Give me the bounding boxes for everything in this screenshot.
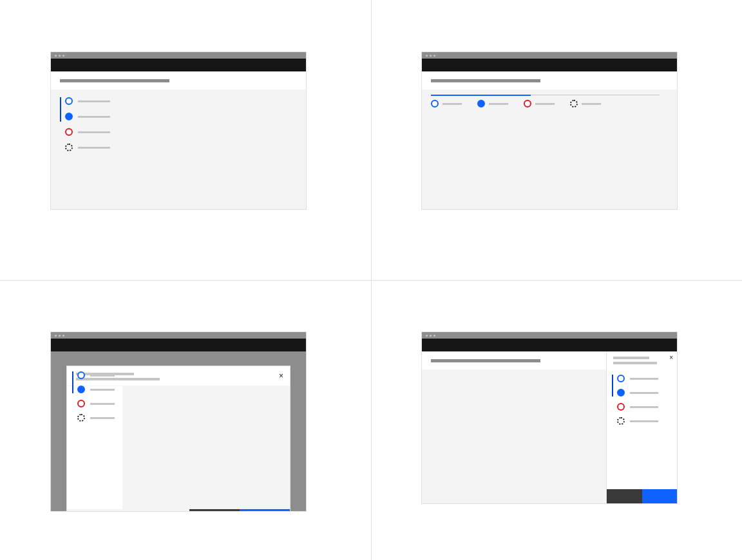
step-label-placeholder xyxy=(489,103,508,105)
step-label-placeholder xyxy=(582,103,601,105)
page-header xyxy=(51,71,306,89)
browser-titlebar xyxy=(51,332,306,339)
page-header xyxy=(422,71,677,89)
page-content xyxy=(422,89,677,209)
progress-step-disabled xyxy=(570,100,601,107)
traffic-light-icon xyxy=(430,55,432,57)
traffic-light-icon xyxy=(426,335,428,337)
page-title-placeholder xyxy=(431,79,540,82)
panel-subtitle-placeholder xyxy=(613,362,657,364)
variant-full-page-horizontal xyxy=(371,0,742,280)
circle-dotted-icon xyxy=(617,417,625,425)
close-icon[interactable]: × xyxy=(669,354,673,361)
traffic-light-icon xyxy=(433,335,435,337)
primary-button[interactable] xyxy=(240,509,290,512)
modal-content xyxy=(122,386,290,509)
step-label-placeholder xyxy=(630,392,658,394)
circle-error-icon xyxy=(524,100,531,107)
browser-window xyxy=(50,51,307,210)
close-icon[interactable]: × xyxy=(279,371,283,380)
modal-dialog: × xyxy=(66,366,290,512)
circle-outline-icon xyxy=(65,97,73,105)
progress-step-current[interactable] xyxy=(477,100,508,107)
progress-track-active xyxy=(431,95,531,96)
progress-step-error[interactable] xyxy=(524,100,555,107)
side-panel-footer xyxy=(607,489,677,503)
traffic-light-icon xyxy=(62,335,64,337)
browser-titlebar xyxy=(422,332,677,339)
progress-step-error[interactable] xyxy=(60,128,110,136)
progress-track-active xyxy=(60,97,61,122)
circle-outline-icon xyxy=(77,371,85,379)
circle-outline-icon xyxy=(431,100,439,107)
progress-indicator-vertical xyxy=(60,92,110,156)
traffic-light-icon xyxy=(62,55,64,57)
progress-step-error[interactable] xyxy=(612,403,658,411)
step-label-placeholder xyxy=(535,103,555,105)
progress-track-inactive xyxy=(531,95,660,95)
step-label-placeholder xyxy=(78,116,110,118)
traffic-light-icon xyxy=(430,335,432,337)
panel-title-placeholder xyxy=(613,357,649,359)
step-label-placeholder xyxy=(78,147,110,149)
variant-modal: × xyxy=(0,280,371,560)
progress-step-incomplete[interactable] xyxy=(72,371,115,379)
step-label-placeholder xyxy=(630,420,658,422)
progress-indicator-horizontal xyxy=(431,100,601,107)
page-content xyxy=(51,89,306,209)
progress-step-disabled xyxy=(72,414,115,422)
browser-window: × xyxy=(421,331,678,504)
traffic-light-icon xyxy=(433,55,435,57)
circle-filled-icon xyxy=(477,100,485,107)
step-label-placeholder xyxy=(442,103,462,105)
modal-body xyxy=(67,386,290,509)
step-label-placeholder xyxy=(630,406,658,408)
traffic-light-icon xyxy=(59,335,61,337)
browser-menubar xyxy=(51,59,306,71)
page-title-placeholder xyxy=(60,79,169,82)
circle-dotted-icon xyxy=(65,144,73,151)
browser-window xyxy=(421,51,678,210)
browser-menubar xyxy=(51,339,306,351)
progress-track-active xyxy=(612,375,613,397)
browser-menubar xyxy=(422,59,677,71)
browser-titlebar xyxy=(422,52,677,59)
circle-dotted-icon xyxy=(77,414,85,422)
step-label-placeholder xyxy=(90,375,115,377)
modal-overlay: × xyxy=(51,351,306,512)
variant-side-panel: × xyxy=(371,280,742,560)
progress-step-current[interactable] xyxy=(60,113,110,120)
progress-step-disabled xyxy=(60,144,110,151)
circle-error-icon xyxy=(617,403,625,411)
progress-step-incomplete[interactable] xyxy=(612,375,658,382)
variant-full-page-vertical xyxy=(0,0,371,280)
progress-track-active xyxy=(72,371,73,393)
step-label-placeholder xyxy=(630,378,658,380)
progress-step-error[interactable] xyxy=(72,400,115,407)
traffic-light-icon xyxy=(55,335,57,337)
secondary-button[interactable] xyxy=(607,489,642,503)
step-label-placeholder xyxy=(78,100,110,102)
modal-footer-link[interactable] xyxy=(67,509,189,512)
page-title-placeholder xyxy=(431,359,540,362)
progress-step-incomplete[interactable] xyxy=(431,100,462,107)
secondary-button[interactable] xyxy=(189,509,240,512)
step-label-placeholder xyxy=(78,131,110,133)
progress-step-current[interactable] xyxy=(612,389,658,397)
circle-filled-icon xyxy=(65,113,73,120)
circle-dotted-icon xyxy=(570,100,578,107)
primary-button[interactable] xyxy=(642,489,678,503)
circle-error-icon xyxy=(65,128,73,136)
progress-indicator-vertical xyxy=(612,369,658,430)
traffic-light-icon xyxy=(426,55,428,57)
traffic-light-icon xyxy=(55,55,57,57)
modal-footer xyxy=(67,509,290,512)
progress-step-incomplete[interactable] xyxy=(60,97,110,105)
progress-step-current[interactable] xyxy=(72,386,115,393)
circle-error-icon xyxy=(77,400,85,407)
browser-titlebar xyxy=(51,52,306,59)
circle-filled-icon xyxy=(617,389,625,397)
modal-sidebar xyxy=(67,386,122,509)
step-label-placeholder xyxy=(90,389,115,391)
progress-indicator-vertical xyxy=(72,366,115,427)
